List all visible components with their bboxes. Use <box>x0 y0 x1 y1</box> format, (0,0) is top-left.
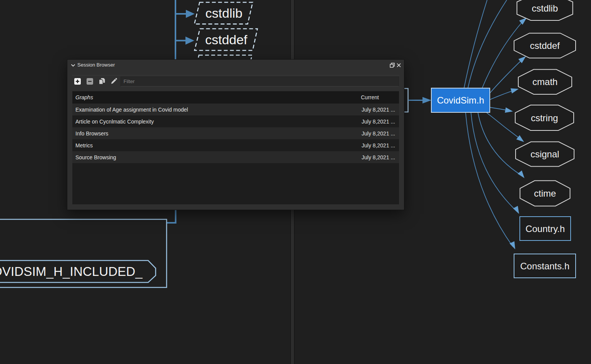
svg-text:Constants.h: Constants.h <box>520 261 569 271</box>
svg-text:cstddef: cstddef <box>530 40 560 51</box>
svg-text:COVIDSIM_H_INCLUDED_: COVIDSIM_H_INCLUDED_ <box>0 264 143 279</box>
svg-text:cstring: cstring <box>531 113 558 123</box>
svg-text:cmath: cmath <box>533 77 558 87</box>
svg-text:ctime: ctime <box>534 188 556 199</box>
svg-text:csignal: csignal <box>531 149 559 159</box>
svg-text:Country.h: Country.h <box>526 224 565 234</box>
svg-text:cstddef: cstddef <box>205 32 247 47</box>
svg-text:cstdlib: cstdlib <box>532 3 558 13</box>
svg-text:CovidSim.h: CovidSim.h <box>437 95 484 105</box>
svg-text:cstdlib: cstdlib <box>205 6 242 20</box>
